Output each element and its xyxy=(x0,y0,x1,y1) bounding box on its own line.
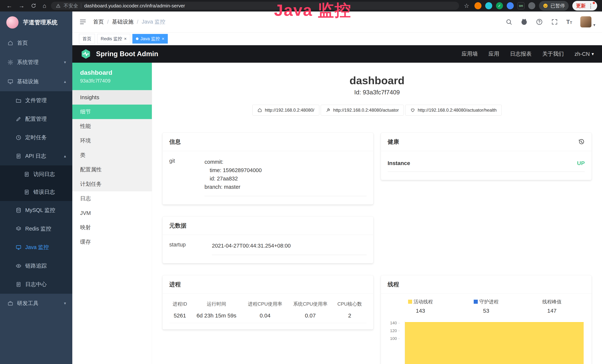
sba-nav-applications[interactable]: 应用 xyxy=(489,50,499,58)
house-icon xyxy=(7,40,13,46)
legend-live-threads: 活动线程 143 xyxy=(388,299,453,314)
tag-java[interactable]: Java 监控 × xyxy=(132,34,168,43)
help-icon[interactable] xyxy=(536,18,543,25)
font-size-icon[interactable]: TT xyxy=(566,19,572,25)
sba-item-logfile[interactable]: 日志 xyxy=(72,191,152,206)
sidebar-item-redis[interactable]: Redis 监控 xyxy=(0,220,72,238)
extension-icon[interactable]: on xyxy=(517,2,525,9)
sba-item-jvm[interactable]: JVM xyxy=(72,206,152,220)
update-button[interactable]: 更新 ⋮ xyxy=(572,1,597,11)
app-brand[interactable]: 芋道管理系统 xyxy=(0,11,72,33)
sba-item-details[interactable]: 细节 xyxy=(72,105,152,119)
sidebar-item-config[interactable]: 配置管理 xyxy=(0,110,72,128)
sba-instance-header[interactable]: dashboard 93a3fc7f7409 xyxy=(72,63,152,90)
paused-label: 已暂停 xyxy=(550,3,565,9)
sba-item-caches[interactable]: 缓存 xyxy=(72,235,152,249)
extension-icon[interactable] xyxy=(507,2,514,9)
info-card: 信息 git commit: time: 1596289704000 id: 2… xyxy=(162,133,373,204)
close-icon[interactable]: × xyxy=(124,36,127,41)
spring-boot-admin: Spring Boot Admin 应用墙 应用 日志报表 关于我们 zh-CN… xyxy=(72,45,602,364)
sidebar-item-system[interactable]: 系统管理 ▾ xyxy=(0,53,72,72)
sidebar-item-api-log[interactable]: API 日志 ▴ xyxy=(0,147,72,165)
cell-system-cpu: 0.07 xyxy=(288,310,333,323)
face-icon xyxy=(543,3,548,9)
instance-links: http://192.168.0.2:48080/ http://192.168… xyxy=(162,105,592,116)
extension-icon[interactable]: ✓ xyxy=(496,2,503,9)
back-icon[interactable]: ← xyxy=(5,3,14,9)
sba-nav-about[interactable]: 关于我们 xyxy=(542,50,564,58)
link-label: http://192.168.0.2:48080/actuator xyxy=(333,107,399,113)
sidebar-item-access-log[interactable]: 访问日志 xyxy=(0,165,72,183)
user-avatar[interactable]: ▾ xyxy=(580,16,595,27)
sba-logo-icon[interactable] xyxy=(80,49,91,59)
breadcrumb-infra[interactable]: 基础设施 xyxy=(112,18,133,26)
threads-card: 线程 活动线程 143 守护进程 xyxy=(381,275,592,364)
sba-item-mappings[interactable]: 映射 xyxy=(72,220,152,235)
breadcrumb-separator: / xyxy=(137,19,138,25)
legend-label: 守护进程 xyxy=(479,299,499,305)
reload-icon[interactable] xyxy=(29,3,38,9)
sba-item-config-props[interactable]: 配置属性 xyxy=(72,162,152,177)
sidebar-item-file[interactable]: 文件管理 xyxy=(0,91,72,110)
sba-sidebar: dashboard 93a3fc7f7409 Insights 细节 性能 环境… xyxy=(72,63,152,364)
sidebar-item-trace[interactable]: 链路追踪 xyxy=(0,257,72,275)
sidebar-item-mysql[interactable]: MySQL 监控 xyxy=(0,201,72,220)
y-axis-tick: 120 xyxy=(388,328,400,333)
sba-language-select[interactable]: zh-CN ▾ xyxy=(575,51,594,57)
column-header: 进程ID xyxy=(169,299,190,310)
sidebar-item-job[interactable]: 定时任务 xyxy=(0,128,72,147)
address-bar[interactable]: 不安全 dashboard.yudao.iocoder.cn/infra/adm… xyxy=(51,2,459,10)
search-icon[interactable] xyxy=(505,18,512,25)
history-icon[interactable] xyxy=(578,139,585,145)
sba-item-classes[interactable]: 类 xyxy=(72,148,152,162)
tag-redis[interactable]: Redis 监控 × xyxy=(97,34,130,43)
extension-icon[interactable] xyxy=(528,2,535,9)
security-label[interactable]: 不安全 xyxy=(64,3,78,9)
sba-nav-wallboard[interactable]: 应用墙 xyxy=(462,50,478,58)
layers-icon xyxy=(16,226,22,232)
sidebar-item-java[interactable]: Java 监控 xyxy=(0,238,72,257)
sba-nav: 应用墙 应用 日志报表 关于我们 zh-CN ▾ xyxy=(462,50,594,58)
breadcrumb-separator: / xyxy=(107,19,109,25)
sba-item-metrics[interactable]: 性能 xyxy=(72,119,152,134)
sidebar-item-label: 研发工具 xyxy=(17,300,39,307)
warning-icon xyxy=(56,3,61,8)
bookmark-star-icon[interactable]: ☆ xyxy=(462,3,471,9)
legend-value: 143 xyxy=(416,308,425,314)
health-url-button[interactable]: http://192.168.0.2:48080/actuator/health xyxy=(405,105,502,116)
status-badge: UP xyxy=(577,160,585,166)
sba-item-environment[interactable]: 环境 xyxy=(72,134,152,148)
close-icon[interactable]: × xyxy=(162,36,164,41)
sidebar-item-log-center[interactable]: 日志中心 xyxy=(0,275,72,294)
github-icon[interactable] xyxy=(521,18,528,25)
y-axis-tick: 140 xyxy=(388,321,400,325)
tag-label: Java 监控 xyxy=(140,36,160,42)
sba-brand-title[interactable]: Spring Boot Admin xyxy=(96,50,158,58)
eye-icon xyxy=(16,263,22,269)
sidebar-item-home[interactable]: 首页 xyxy=(0,33,72,53)
url-text[interactable]: dashboard.yudao.iocoder.cn/infra/admin-s… xyxy=(84,3,185,9)
extension-icon[interactable] xyxy=(485,2,492,9)
chevron-up-icon: ▴ xyxy=(64,79,66,84)
sba-language-value: zh-CN xyxy=(575,51,590,57)
hamburger-icon[interactable] xyxy=(79,18,87,26)
card-title: 进程 xyxy=(169,280,181,288)
home-icon[interactable]: ⌂ xyxy=(41,3,48,9)
tag-home[interactable]: 首页 xyxy=(79,34,95,43)
kebab-menu-icon[interactable]: ⋮ xyxy=(588,3,593,9)
sidebar-item-error-log[interactable]: 错误日志 xyxy=(0,183,72,201)
sidebar-item-devtools[interactable]: 研发工具 ▾ xyxy=(0,294,72,313)
paused-badge[interactable]: 已暂停 xyxy=(539,1,569,11)
sba-item-scheduled-tasks[interactable]: 计划任务 xyxy=(72,177,152,191)
tag-label: 首页 xyxy=(83,36,91,42)
forward-icon[interactable]: → xyxy=(17,3,26,9)
extension-icon[interactable] xyxy=(474,2,482,9)
process-card: 进程 进程ID 运行时间 进程CPU使用率 xyxy=(162,275,373,330)
instance-url-button[interactable]: http://192.168.0.2:48080/ xyxy=(252,105,319,116)
fullscreen-icon[interactable] xyxy=(551,18,558,25)
sidebar-item-infra[interactable]: 基础设施 ▴ xyxy=(0,72,72,91)
sba-content: dashboard Id: 93a3fc7f7409 http://192.16… xyxy=(152,63,602,364)
breadcrumb-home[interactable]: 首页 xyxy=(93,18,104,26)
actuator-url-button[interactable]: http://192.168.0.2:48080/actuator xyxy=(321,105,404,116)
sba-nav-journal[interactable]: 日志报表 xyxy=(510,50,532,58)
